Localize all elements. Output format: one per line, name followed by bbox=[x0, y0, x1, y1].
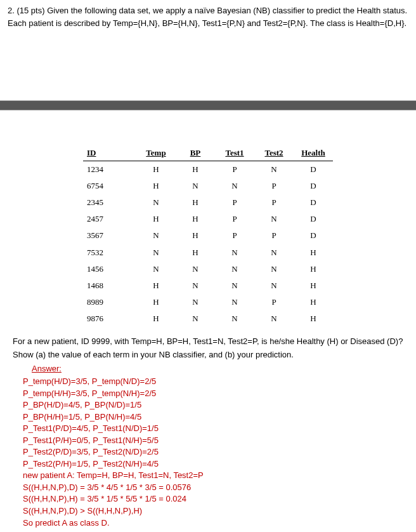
cell: N bbox=[254, 244, 294, 261]
table-body: 1234HHPND 6754HNNPD 2345NHPPD 2457HHPND … bbox=[83, 161, 333, 327]
cell: H bbox=[176, 161, 215, 178]
answer-line: P_Test1(P/H)=0/5, P_Test1(N/H)=5/5 bbox=[23, 435, 405, 446]
answer-line: P_Test2(P/D)=3/5, P_Test2(N/D)=2/5 bbox=[23, 446, 405, 458]
col-test1: Test1 bbox=[215, 146, 254, 161]
cell: N bbox=[136, 244, 176, 261]
cell: H bbox=[136, 277, 176, 294]
question-block: 2. (15 pts) Given the following data set… bbox=[0, 0, 416, 100]
cell: P bbox=[215, 211, 254, 227]
cell: D bbox=[294, 194, 333, 211]
cell: N bbox=[176, 261, 215, 277]
question-line-2: Each patient is described by Temp={H,N},… bbox=[8, 18, 408, 29]
table-row: 1234HHPND bbox=[83, 161, 333, 178]
cell: 6754 bbox=[83, 178, 136, 194]
cell: 1468 bbox=[83, 277, 136, 294]
cell: N bbox=[215, 277, 254, 294]
answer-line: S((H,H,N,P),H) = 3/5 * 1/5 * 5/5 * 1/5 =… bbox=[23, 493, 405, 505]
cell: N bbox=[215, 261, 254, 277]
answer-line: So predict A as class D. bbox=[23, 517, 405, 529]
cell: 3567 bbox=[83, 227, 136, 244]
cell: P bbox=[254, 194, 294, 211]
answer-line: new patient A: Temp=H, BP=H, Test1=N, Te… bbox=[23, 470, 405, 481]
cell: N bbox=[254, 161, 294, 178]
cell: 9876 bbox=[83, 310, 136, 327]
cell: H bbox=[294, 244, 333, 261]
cell: D bbox=[294, 227, 333, 244]
col-bp: BP bbox=[176, 146, 215, 161]
cell: 1456 bbox=[83, 261, 136, 277]
question-line-1: 2. (15 pts) Given the following data set… bbox=[8, 5, 408, 17]
table-row: 2345NHPPD bbox=[83, 194, 333, 211]
table-row: 9876HNNNH bbox=[83, 310, 333, 327]
cell: N bbox=[176, 277, 215, 294]
cell: N bbox=[254, 211, 294, 227]
cell: 7532 bbox=[83, 244, 136, 261]
cell: P bbox=[254, 227, 294, 244]
prompt-line-1: For a new patient, ID 9999, with Temp=H,… bbox=[13, 336, 405, 347]
cell: 1234 bbox=[83, 161, 136, 178]
col-id: ID bbox=[83, 146, 136, 161]
answer-line: P_Test2(P/H)=1/5, P_Test2(N/H)=4/5 bbox=[23, 458, 405, 470]
cell: N bbox=[254, 261, 294, 277]
table-row: 6754HNNPD bbox=[83, 178, 333, 194]
cell: D bbox=[294, 161, 333, 178]
cell: H bbox=[294, 261, 333, 277]
cell: P bbox=[215, 194, 254, 211]
table-row: 1456NNNNH bbox=[83, 261, 333, 277]
cell: H bbox=[176, 244, 215, 261]
cell: N bbox=[215, 294, 254, 310]
prompt-line-2: Show (a) the value of each term in your … bbox=[13, 349, 405, 361]
cell: P bbox=[215, 227, 254, 244]
cell: H bbox=[294, 294, 333, 310]
cell: N bbox=[176, 294, 215, 310]
col-test2: Test2 bbox=[254, 146, 294, 161]
answer-line: P_BP(H/H)=1/5, P_BP(N/H)=4/5 bbox=[23, 411, 405, 423]
col-temp: Temp bbox=[136, 146, 176, 161]
cell: N bbox=[176, 310, 215, 327]
table-row: 7532NHNNH bbox=[83, 244, 333, 261]
section-separator bbox=[0, 100, 416, 110]
table-header-row: ID Temp BP Test1 Test2 Health bbox=[83, 146, 333, 161]
answer-line: P_temp(H/D)=3/5, P_temp(N/D)=2/5 bbox=[23, 376, 405, 387]
answer-line: P_temp(H/H)=3/5, P_temp(N/H)=2/5 bbox=[23, 388, 405, 399]
cell: H bbox=[176, 211, 215, 227]
cell: P bbox=[254, 178, 294, 194]
cell: H bbox=[136, 294, 176, 310]
answer-line: P_BP(H/D)=4/5, P_BP(N/D)=1/5 bbox=[23, 399, 405, 411]
cell: N bbox=[215, 178, 254, 194]
cell: D bbox=[294, 211, 333, 227]
content-block: ID Temp BP Test1 Test2 Health 1234HHPND … bbox=[0, 110, 416, 532]
cell: H bbox=[136, 178, 176, 194]
cell: D bbox=[294, 178, 333, 194]
answer-label: Answer: bbox=[32, 363, 405, 375]
cell: H bbox=[176, 227, 215, 244]
cell: N bbox=[215, 310, 254, 327]
table-row: 3567NHPPD bbox=[83, 227, 333, 244]
cell: N bbox=[136, 227, 176, 244]
cell: H bbox=[176, 194, 215, 211]
cell: N bbox=[176, 178, 215, 194]
cell: H bbox=[136, 161, 176, 178]
answer-line: P_Test1(P/D)=4/5, P_Test1(N/D)=1/5 bbox=[23, 423, 405, 434]
cell: N bbox=[254, 310, 294, 327]
cell: N bbox=[215, 244, 254, 261]
table-row: 2457HHPND bbox=[83, 211, 333, 227]
cell: 2345 bbox=[83, 194, 136, 211]
cell: P bbox=[215, 161, 254, 178]
table-row: 1468HNNNH bbox=[83, 277, 333, 294]
cell: 8989 bbox=[83, 294, 136, 310]
data-table: ID Temp BP Test1 Test2 Health 1234HHPND … bbox=[83, 146, 333, 327]
cell: P bbox=[254, 294, 294, 310]
table-row: 8989HNNPH bbox=[83, 294, 333, 310]
cell: N bbox=[136, 194, 176, 211]
answer-line: S((H,H,N,P),D) = 3/5 * 4/5 * 1/5 * 3/5 =… bbox=[23, 482, 405, 493]
cell: H bbox=[294, 277, 333, 294]
col-health: Health bbox=[294, 146, 333, 161]
cell: H bbox=[294, 310, 333, 327]
cell: N bbox=[254, 277, 294, 294]
cell: N bbox=[136, 261, 176, 277]
cell: 2457 bbox=[83, 211, 136, 227]
cell: H bbox=[136, 211, 176, 227]
cell: H bbox=[136, 310, 176, 327]
answer-line: S((H,H,N,P),D) > S((H,H,N,P),H) bbox=[23, 505, 405, 517]
